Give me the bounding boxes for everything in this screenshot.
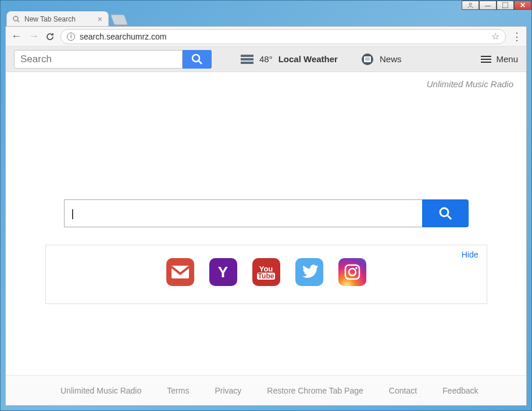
footer-privacy[interactable]: Privacy bbox=[215, 386, 241, 395]
youtube-icon: You bbox=[259, 265, 273, 273]
svg-line-5 bbox=[199, 61, 202, 64]
menu-label: Menu bbox=[496, 54, 518, 64]
twitter-icon bbox=[301, 265, 318, 280]
extension-toolbar: 48° Local Weather News Menu bbox=[6, 47, 526, 72]
new-tab-button[interactable] bbox=[110, 15, 128, 25]
bookmark-star-icon[interactable]: ☆ bbox=[491, 31, 499, 42]
window-user-button[interactable] bbox=[462, 1, 479, 10]
hide-link[interactable]: Hide bbox=[462, 250, 479, 259]
main-search-button[interactable] bbox=[422, 199, 469, 227]
window-close-button[interactable]: ✕ bbox=[514, 1, 531, 10]
svg-point-2 bbox=[13, 16, 18, 21]
hamburger-icon bbox=[481, 56, 491, 63]
footer-terms[interactable]: Terms bbox=[167, 386, 189, 395]
weather-icon bbox=[241, 55, 253, 64]
weather-temp: 48° bbox=[259, 54, 273, 64]
instagram-icon bbox=[343, 263, 362, 281]
svg-line-3 bbox=[17, 20, 19, 22]
quick-links: Hide Y You Tube bbox=[45, 245, 487, 304]
back-button[interactable]: ← bbox=[10, 30, 22, 42]
svg-point-4 bbox=[192, 55, 199, 62]
tab-strip: New Tab Search × bbox=[6, 10, 526, 26]
menu-button[interactable]: Menu bbox=[481, 54, 518, 64]
svg-rect-1 bbox=[502, 2, 508, 8]
weather-widget[interactable]: 48° Local Weather bbox=[241, 54, 338, 64]
svg-line-14 bbox=[448, 216, 451, 219]
search-icon bbox=[13, 16, 20, 23]
page-content: 48° Local Weather News Menu Unlimited Mu… bbox=[6, 47, 526, 405]
footer-restore[interactable]: Restore Chrome Tab Page bbox=[267, 386, 363, 395]
forward-button: → bbox=[28, 30, 40, 42]
news-button[interactable]: News bbox=[361, 53, 402, 66]
svg-point-0 bbox=[469, 3, 472, 5]
search-icon bbox=[438, 206, 452, 220]
svg-rect-6 bbox=[241, 55, 253, 57]
site-info-icon[interactable]: i bbox=[67, 33, 75, 41]
browser-tab[interactable]: New Tab Search × bbox=[6, 11, 109, 26]
footer-feedback[interactable]: Feedback bbox=[442, 386, 478, 395]
svg-rect-16 bbox=[345, 265, 359, 279]
tab-title: New Tab Search bbox=[24, 15, 76, 23]
yahoo-icon: Y bbox=[218, 263, 228, 281]
svg-rect-7 bbox=[241, 58, 253, 60]
brand-label: Unlimited Music Radio bbox=[6, 72, 526, 89]
svg-point-18 bbox=[355, 267, 358, 269]
svg-point-13 bbox=[440, 208, 448, 216]
gmail-icon bbox=[172, 266, 189, 278]
news-label: News bbox=[380, 54, 402, 64]
tile-gmail[interactable] bbox=[166, 258, 194, 286]
footer-brand[interactable]: Unlimited Music Radio bbox=[60, 386, 141, 395]
svg-point-17 bbox=[349, 269, 356, 276]
svg-rect-8 bbox=[241, 62, 253, 64]
tile-youtube[interactable]: You Tube bbox=[252, 258, 280, 286]
browser-menu-button[interactable]: ⋮ bbox=[512, 30, 522, 43]
footer: Unlimited Music Radio Terms Privacy Rest… bbox=[6, 375, 526, 405]
search-icon bbox=[191, 53, 203, 65]
main-area: Hide Y You Tube bbox=[6, 89, 526, 375]
toolbar-search-input[interactable] bbox=[14, 50, 183, 69]
reload-button[interactable] bbox=[45, 32, 55, 41]
main-search-input[interactable] bbox=[64, 199, 422, 227]
tile-twitter[interactable] bbox=[295, 258, 323, 286]
svg-rect-10 bbox=[364, 56, 371, 62]
toolbar-search bbox=[14, 50, 212, 69]
toolbar-search-button[interactable] bbox=[183, 50, 212, 69]
tab-close-icon[interactable]: × bbox=[98, 15, 102, 24]
window-minimize-button[interactable]: — bbox=[479, 1, 497, 10]
url-bar[interactable]: i search.searchumrz.com ☆ bbox=[60, 29, 506, 44]
window-maximize-button[interactable] bbox=[497, 1, 514, 10]
main-search bbox=[64, 199, 469, 227]
url-text: search.searchumrz.com bbox=[80, 32, 166, 41]
tile-instagram[interactable] bbox=[338, 258, 366, 286]
browser-toolbar: ← → i search.searchumrz.com ☆ ⋮ bbox=[6, 27, 526, 47]
browser-frame: ← → i search.searchumrz.com ☆ ⋮ 48° Loca… bbox=[5, 26, 527, 406]
footer-contact[interactable]: Contact bbox=[389, 386, 417, 395]
tile-yahoo[interactable]: Y bbox=[209, 258, 237, 286]
weather-label: Local Weather bbox=[279, 54, 338, 64]
news-icon bbox=[361, 53, 374, 66]
